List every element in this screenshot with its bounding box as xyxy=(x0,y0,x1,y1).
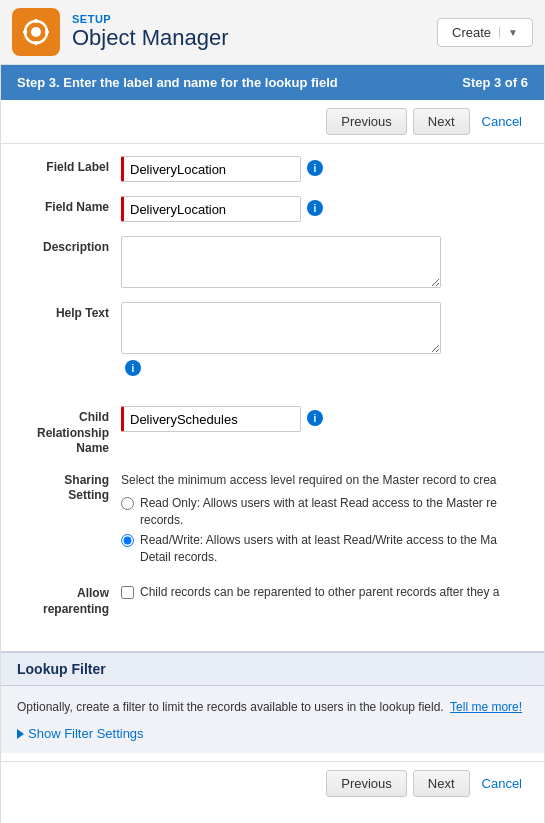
description-field xyxy=(121,236,524,288)
allow-reparenting-row: Allowreparenting Child records can be re… xyxy=(21,584,524,617)
field-label-label: Field Label xyxy=(21,156,121,174)
radio-read-write-input[interactable] xyxy=(121,534,134,547)
top-button-bar: Previous Next Cancel xyxy=(1,100,544,144)
create-label: Create xyxy=(452,25,491,40)
radio-read-only-input[interactable] xyxy=(121,497,134,510)
cancel-button-top[interactable]: Cancel xyxy=(476,108,528,135)
field-label-input[interactable] xyxy=(121,156,301,182)
triangle-icon xyxy=(17,729,24,739)
child-relationship-field: i xyxy=(121,406,524,432)
setup-label: SETUP xyxy=(72,13,229,25)
step-header-title: Step 3. Enter the label and name for the… xyxy=(17,75,338,90)
dropdown-arrow-icon: ▼ xyxy=(499,27,518,38)
show-filter-settings-link[interactable]: Show Filter Settings xyxy=(17,726,528,741)
form-area: Field Label i Field Name i Des xyxy=(1,144,544,643)
app-header: SETUP Object Manager Create ▼ xyxy=(0,0,545,65)
help-text-row: Help Text i xyxy=(21,302,524,376)
svg-point-1 xyxy=(31,27,41,37)
allow-reparenting-field: Child records can be reparented to other… xyxy=(121,584,524,601)
next-button-bottom[interactable]: Next xyxy=(413,770,470,797)
field-name-info-icon[interactable]: i xyxy=(307,200,323,216)
child-relationship-label: ChildRelationshipName xyxy=(21,406,121,457)
header-left: SETUP Object Manager xyxy=(12,8,229,56)
sharing-content: Select the minimum access level required… xyxy=(121,471,524,570)
step-header: Step 3. Enter the label and name for the… xyxy=(1,65,544,100)
create-button[interactable]: Create ▼ xyxy=(437,18,533,47)
reparenting-checkbox-option: Child records can be reparented to other… xyxy=(121,584,500,601)
description-textarea[interactable] xyxy=(121,236,441,288)
child-relationship-info-icon[interactable]: i xyxy=(307,410,323,426)
radio-read-write-option: Read/Write: Allows users with at least R… xyxy=(121,532,524,566)
field-name-label: Field Name xyxy=(21,196,121,214)
field-label-row: Field Label i xyxy=(21,156,524,182)
cancel-button-bottom[interactable]: Cancel xyxy=(476,770,528,797)
radio-read-only-label: Read Only: Allows users with at least Re… xyxy=(140,495,497,529)
radio-read-write-label: Read/Write: Allows users with at least R… xyxy=(140,532,497,566)
step-number: Step 3 of 6 xyxy=(462,75,528,90)
radio-read-only-option: Read Only: Allows users with at least Re… xyxy=(121,495,524,529)
lookup-filter-header: Lookup Filter xyxy=(1,653,544,686)
field-name-input[interactable] xyxy=(121,196,301,222)
main-title: Object Manager xyxy=(72,25,229,51)
main-content: Step 3. Enter the label and name for the… xyxy=(0,65,545,823)
app-icon xyxy=(12,8,60,56)
lookup-filter-text-content: Optionally, create a filter to limit the… xyxy=(17,700,444,714)
reparenting-checkbox-label: Child records can be reparented to other… xyxy=(140,584,500,601)
tell-me-more-link[interactable]: Tell me more! xyxy=(450,700,522,714)
reparenting-checkbox[interactable] xyxy=(121,586,134,599)
bottom-button-bar: Previous Next Cancel xyxy=(1,761,544,805)
help-text-textarea[interactable] xyxy=(121,302,441,354)
description-row: Description xyxy=(21,236,524,288)
previous-button-top[interactable]: Previous xyxy=(326,108,407,135)
description-label: Description xyxy=(21,236,121,254)
child-relationship-input[interactable] xyxy=(121,406,301,432)
previous-button-bottom[interactable]: Previous xyxy=(326,770,407,797)
lookup-filter-description: Optionally, create a filter to limit the… xyxy=(17,698,528,716)
sharing-setting-row: SharingSetting Select the minimum access… xyxy=(21,471,524,570)
field-label-info-icon[interactable]: i xyxy=(307,160,323,176)
sharing-setting-label: SharingSetting xyxy=(21,471,121,504)
header-titles: SETUP Object Manager xyxy=(72,13,229,51)
help-text-field: i xyxy=(121,302,524,376)
help-text-info-icon[interactable]: i xyxy=(125,360,141,376)
field-name-field: i xyxy=(121,196,524,222)
field-name-row: Field Name i xyxy=(21,196,524,222)
allow-reparenting-label: Allowreparenting xyxy=(21,584,121,617)
scroll-area[interactable]: Previous Next Cancel Field Label i Field… xyxy=(1,100,544,823)
show-filter-label: Show Filter Settings xyxy=(28,726,144,741)
lookup-filter-section: Lookup Filter Optionally, create a filte… xyxy=(1,651,544,753)
field-label-field: i xyxy=(121,156,524,182)
help-text-label: Help Text xyxy=(21,302,121,320)
sharing-intro-text: Select the minimum access level required… xyxy=(121,471,524,489)
lookup-filter-body: Optionally, create a filter to limit the… xyxy=(1,686,544,753)
next-button-top[interactable]: Next xyxy=(413,108,470,135)
child-relationship-row: ChildRelationshipName i xyxy=(21,406,524,457)
